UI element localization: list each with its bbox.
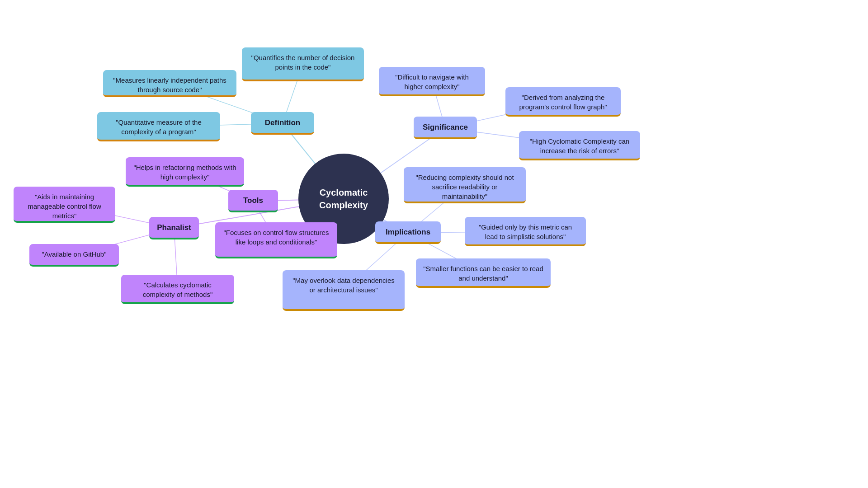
leaf-quantitative-measure: "Quantitative measure of the complexity …: [97, 112, 220, 141]
leaf-linearly-independent-paths: "Measures linearly independent paths thr…: [103, 70, 236, 97]
leaf-high-complexity-errors: "High Cyclomatic Complexity can increase…: [519, 131, 640, 160]
leaf-available-github: "Available on GitHub": [29, 244, 119, 267]
leaf-overlook-dependencies: "May overlook data dependencies or archi…: [283, 270, 405, 311]
leaf-smaller-functions: "Smaller functions can be easier to read…: [416, 258, 551, 288]
leaf-simplistic-solutions: "Guided only by this metric can lead to …: [465, 217, 586, 246]
leaf-difficult-navigate: "Difficult to navigate with higher compl…: [379, 67, 485, 96]
leaf-control-flow-graph: "Derived from analyzing the program's co…: [505, 87, 621, 117]
significance-branch[interactable]: Significance: [414, 117, 477, 139]
leaf-reducing-complexity-readability: "Reducing complexity should not sacrific…: [404, 167, 526, 203]
phanalist-branch[interactable]: Phanalist: [149, 217, 199, 239]
leaf-calculates-complexity: "Calculates cyclomatic complexity of met…: [121, 275, 234, 304]
center-label: Cyclomatic Complexity: [306, 186, 382, 211]
tools-branch[interactable]: Tools: [228, 190, 278, 212]
definition-branch[interactable]: Definition: [251, 112, 314, 135]
implications-branch[interactable]: Implications: [375, 221, 441, 244]
leaf-control-flow-structures: "Focuses on control flow structures like…: [215, 222, 337, 258]
leaf-quantifies-decision-points: "Quantifies the number of decision point…: [242, 47, 364, 81]
leaf-refactoring-methods: "Helps in refactoring methods with high …: [126, 157, 244, 187]
leaf-manageable-control-flow: "Aids in maintaining manageable control …: [14, 187, 115, 223]
